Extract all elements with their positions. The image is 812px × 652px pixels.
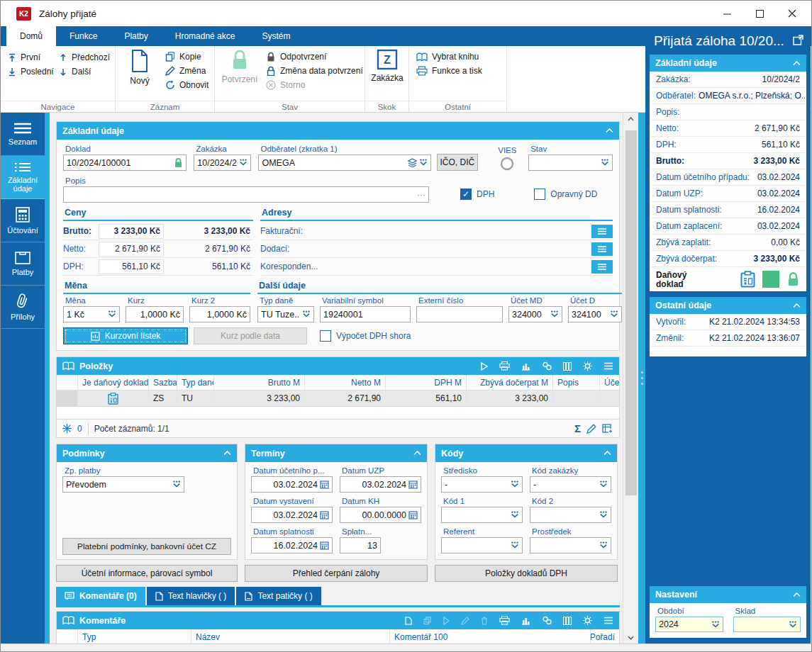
odberatel-input[interactable] [262,158,406,168]
dropdown-icon[interactable] [419,159,428,167]
vypocet-dph-checkbox[interactable]: Výpočet DPH shora [320,330,411,342]
print-icon[interactable] [499,616,510,625]
kurz-podle-data-button[interactable]: Kurz podle data [194,327,307,344]
gears-icon[interactable] [542,361,552,371]
refresh-button[interactable]: Obnovit [162,78,211,92]
collapse-icon[interactable] [606,128,613,133]
prostredek-input[interactable] [533,541,597,551]
copy-button[interactable]: Kopie [162,50,211,64]
dropdown-icon[interactable] [108,310,116,318]
edit-icon[interactable] [586,424,596,434]
ico-dic-button[interactable]: IČO, DIČ [437,154,477,171]
kurzovni-listek-button[interactable]: Kurzovní lístek [63,327,188,344]
kod1-input[interactable] [445,510,508,520]
tab-text-paticky[interactable]: Text patičky ( ) [236,587,322,605]
gears-icon[interactable] [542,616,552,625]
dropdown-icon[interactable] [511,541,519,549]
print-icon[interactable] [499,361,510,371]
mena-combo[interactable] [63,306,120,322]
collapse-icon[interactable] [223,451,231,456]
settings-gear-icon[interactable] [583,616,592,625]
change-confirm-date-button[interactable]: Změna data potvrzení [263,64,366,78]
zp-platby-input[interactable] [66,480,170,490]
splatnost-dnu-input[interactable] [343,541,377,551]
dropdown-icon[interactable] [511,511,519,519]
referent-input[interactable] [445,541,508,551]
new-icon[interactable] [405,617,412,625]
panel-header[interactable]: Základní údaje [57,122,619,140]
zakazka-input[interactable] [197,158,237,168]
columns-icon[interactable] [563,617,572,625]
typ-dane-input[interactable] [261,310,300,320]
delete-icon[interactable] [481,617,488,625]
collapse-icon[interactable] [793,61,801,66]
stredisko-input[interactable] [445,480,508,490]
dropdown-icon[interactable] [550,310,559,318]
menu-icon[interactable] [604,362,613,370]
prehled-cerpani-button[interactable]: Přehled čerpání zálohy [245,565,428,582]
add-row-icon[interactable] [602,424,613,434]
settings-gear-icon[interactable] [583,361,592,371]
sum-icon[interactable]: Σ [574,422,581,434]
menu-icon[interactable] [604,617,613,624]
checkbox-icon[interactable] [320,330,331,342]
dropdown-icon[interactable] [599,541,608,549]
dropdown-icon[interactable] [511,480,519,488]
collapse-icon[interactable] [604,451,611,456]
chart-icon[interactable] [521,617,530,625]
layers-icon[interactable] [408,158,417,167]
chart-icon[interactable] [521,362,530,371]
checkbox-checked-icon[interactable]: ✓ [460,189,472,200]
sidebar-item-zakladni-udaje[interactable]: Základní údaje [1,156,45,199]
dropdown-icon[interactable] [239,159,248,167]
polozky-row[interactable]: ZS TU 3 233,00 2 671,90 561,10 3 233,00 [57,390,619,407]
platebni-podminky-button[interactable]: Platební podmínky, bankovní účet CZ [62,538,231,555]
storno-button[interactable]: Storno [263,78,366,92]
main-scrollbar[interactable] [623,113,638,643]
confirm-button[interactable]: Potvrzení [219,49,260,84]
dropdown-icon[interactable] [711,621,720,629]
obdobi-input[interactable] [659,619,709,629]
scrollbar-thumb[interactable] [625,130,637,495]
previous-button[interactable]: Předchozí [56,50,113,64]
calendar-icon[interactable] [408,510,418,519]
close-button[interactable] [776,2,808,25]
tab-domu[interactable]: Domů [6,26,56,46]
dodaci-address-button[interactable] [591,242,613,256]
freeze-icon[interactable] [62,424,72,433]
scroll-up-icon[interactable] [623,113,638,125]
datum-uzp-input[interactable] [343,480,406,490]
kurz2-input[interactable] [193,310,247,320]
run-icon[interactable] [443,617,450,625]
copy-icon[interactable] [423,617,431,625]
kurz-input[interactable] [129,310,180,320]
kod-zakazky-input[interactable] [533,480,597,490]
tab-funkce[interactable]: Funkce [56,26,111,46]
new-button[interactable]: Nový [121,49,158,86]
zakazka-button[interactable]: Z Zakázka [369,49,406,83]
dropdown-icon[interactable] [601,159,609,167]
tab-hromadne-akce[interactable]: Hromadné akce [162,26,249,46]
doklad-input[interactable] [67,158,172,168]
dropdown-icon[interactable] [172,480,181,488]
externi-cislo-input[interactable] [420,310,499,320]
opravny-dd-checkbox[interactable]: Opravný DD [534,186,597,203]
dropdown-icon[interactable] [599,480,608,488]
datum-ucetniho-pripadu-input[interactable] [255,480,318,490]
dropdown-icon[interactable] [302,310,311,318]
calendar-icon[interactable] [320,510,329,519]
checkbox-icon[interactable] [534,189,545,200]
next-button[interactable]: Další [56,64,113,79]
calendar-icon[interactable] [320,541,329,550]
ucet-md-input[interactable] [512,310,548,320]
run-icon[interactable] [480,362,488,371]
datum-vystaveni-input[interactable] [255,510,318,520]
korespondencni-address-button[interactable] [591,260,613,274]
edit-icon[interactable] [461,617,469,625]
fakturacni-address-button[interactable] [591,225,613,238]
last-button[interactable]: Poslední [5,64,57,79]
collapse-icon[interactable] [793,303,801,308]
ellipsis-button[interactable]: ··· [417,190,426,200]
dropdown-icon[interactable] [789,621,797,629]
sklad-input[interactable] [737,619,787,629]
